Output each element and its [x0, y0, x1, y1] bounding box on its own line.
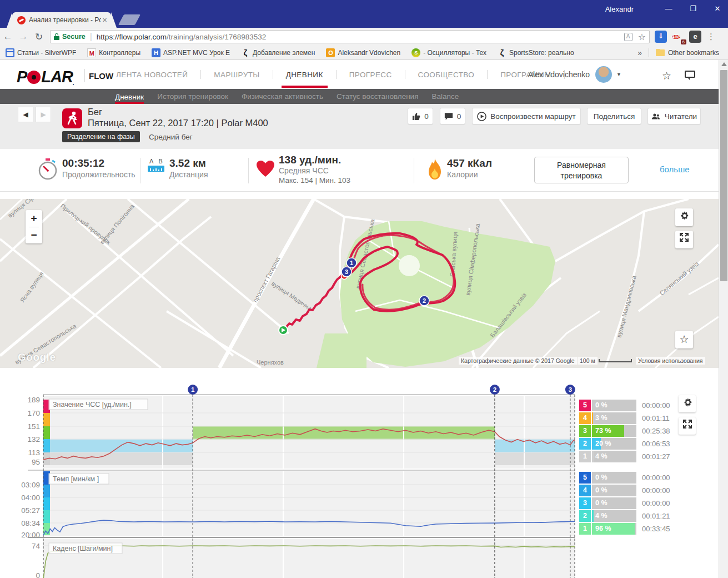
browser-tab[interactable]: Анализ тренировки - Po ✕ — [12, 12, 111, 28]
close-button[interactable]: ✕ — [709, 2, 726, 16]
play-icon — [477, 112, 486, 121]
minimize-button[interactable]: — — [660, 2, 677, 16]
like-button[interactable]: 0 — [408, 108, 433, 124]
svg-text:Черняхов: Черняхов — [257, 359, 284, 366]
metanit-icon: ζ — [241, 48, 250, 57]
map-fullscreen-button[interactable] — [675, 231, 693, 248]
map-favorite-star-button[interactable]: ☆ — [675, 331, 693, 348]
route-map[interactable]: Прилуцький провулок вулиця Полігонна Ясн… — [0, 199, 719, 368]
calories-label: Калории — [447, 170, 478, 179]
bookmarks-overflow-icon[interactable]: » — [637, 48, 642, 57]
svg-text:05:27: 05:27 — [21, 506, 40, 515]
map-settings-button[interactable] — [675, 208, 693, 226]
nav-item-progress[interactable]: ПРОГРЕСС — [348, 71, 393, 79]
avatar — [595, 66, 612, 83]
phase-split-badge: Разделение на фазы — [62, 131, 140, 142]
zoom-out-button[interactable]: − — [26, 227, 42, 243]
map-canvas[interactable]: Прилуцький провулок вулиця Полігонна Ясн… — [0, 199, 719, 368]
subnav-activity[interactable]: Физическая активность — [242, 89, 323, 104]
account-menu[interactable]: Alex Vdovichenko ▼ — [528, 66, 621, 83]
reload-button[interactable]: ↻ — [31, 31, 47, 43]
bookmark-item[interactable]: ζДобавление элемен — [241, 48, 315, 57]
gear-icon — [682, 397, 692, 407]
svg-text:132: 132 — [27, 435, 40, 444]
bookmark-star-icon[interactable]: ☆ — [638, 32, 646, 42]
hr-label: Средняя ЧСС — [279, 166, 329, 175]
followers-icon — [651, 113, 661, 120]
pace-zone-row: 196 %00:33:45 — [579, 523, 718, 535]
table-blue-icon — [6, 48, 14, 57]
favorites-star-icon[interactable]: ☆ — [662, 69, 671, 82]
summary-stats-row: 00:35:12 Продолжительность A B 3.52 км Д… — [0, 149, 719, 192]
session-datetime: Пятница, Сент 22, 2017 17:20 | Polar M40… — [88, 118, 268, 128]
svg-text:74: 74 — [32, 542, 41, 550]
subnav-recovery[interactable]: Статус восстановления — [337, 89, 419, 104]
heart-rate-icon — [255, 160, 275, 180]
window-user-label: Alexandr — [605, 5, 634, 13]
map-terms-link[interactable]: Условия использования — [636, 357, 705, 365]
metanit-icon: ζ — [498, 48, 506, 57]
bookmark-item[interactable]: MКонтроллеры — [87, 48, 140, 57]
pace-zones-table: 50 %00:00:00 40 %00:00:00 30 %00:00:00 2… — [579, 472, 718, 536]
download-extension-icon[interactable]: ⇓ — [655, 31, 667, 43]
share-button[interactable]: Поделиться — [587, 108, 641, 124]
bookmarks-bar: Статьи - SilverWPF MКонтроллеры HASP.NET… — [0, 46, 728, 60]
prev-session-button[interactable]: ◀ — [18, 107, 33, 122]
route-start-marker — [279, 326, 288, 335]
h-blue-icon: H — [152, 48, 160, 57]
training-benefit-button[interactable]: Равномернаятренировка — [534, 157, 629, 183]
bookmark-item[interactable]: Статьи - SilverWPF — [6, 48, 76, 57]
comment-button[interactable]: 0 — [440, 108, 465, 124]
pace-zone-row: 30 %00:00:00 — [579, 497, 718, 509]
back-button[interactable]: ← — [0, 31, 16, 42]
subnav-history[interactable]: История тренировок — [157, 89, 228, 104]
scrollbar-thumb[interactable] — [720, 70, 727, 281]
hr-zone-row: 50 %00:00:00 — [579, 400, 718, 411]
svg-text:2: 2 — [423, 297, 426, 304]
chart-settings-button[interactable] — [679, 395, 696, 412]
s-green-icon: S — [411, 48, 420, 57]
nav-item-feed[interactable]: ЛЕНТА НОВОСТЕЙ — [115, 71, 189, 79]
bookmark-item[interactable]: OAleksandr Vdovichen — [326, 48, 400, 57]
polar-logo[interactable]: PLAR. — [17, 68, 74, 86]
nav-item-community[interactable]: СООБЩЕСТВО — [417, 71, 476, 79]
hr-minmax: Макс. 154 | Мин. 103 — [279, 176, 350, 185]
svg-text:20:00: 20:00 — [21, 531, 40, 539]
bookmark-item[interactable]: S- Осцилляторы - Тех — [411, 48, 486, 57]
nav-item-diary[interactable]: ДНЕВНИК — [285, 71, 324, 79]
nav-item-routes[interactable]: МАРШРУТЫ — [213, 71, 260, 79]
gear-icon — [679, 211, 689, 221]
bookmark-item[interactable]: ζSportsStore: реально — [498, 48, 574, 57]
forward-button[interactable]: → — [16, 31, 31, 42]
polar-flow-favicon — [17, 16, 26, 24]
evernote-extension-icon[interactable]: e — [689, 31, 701, 43]
maximize-button[interactable]: ❐ — [685, 2, 701, 16]
followers-button[interactable]: Читатели — [647, 108, 701, 124]
chrome-menu-icon[interactable]: ⋮ — [707, 32, 715, 42]
subnav-diary[interactable]: Дневник — [115, 89, 144, 104]
bookmark-item[interactable]: HASP.NET MVC Урок Е — [152, 48, 230, 57]
hr-zone-row: 220 %00:06:53 — [579, 438, 718, 450]
analysis-charts: 1891701511321139503:0904:0005:2708:3420:… — [0, 368, 719, 578]
translate-icon[interactable]: A — [624, 33, 632, 41]
zoom-in-button[interactable]: + — [26, 210, 42, 227]
subnav-balance[interactable]: Balance — [431, 89, 459, 104]
adblock-badge: 6 — [681, 39, 686, 44]
svg-text:189: 189 — [27, 396, 40, 404]
fullscreen-icon — [683, 420, 692, 428]
replay-route-button[interactable]: Воспроизвести маршрут — [472, 108, 581, 124]
hr-zones-table: 50 %00:00:00 43 %00:01:11 373 %00:25:38 … — [579, 400, 718, 464]
more-link[interactable]: больше — [660, 165, 690, 174]
feedback-chat-icon[interactable] — [685, 71, 695, 78]
map-zoom-control: + − — [26, 210, 42, 243]
tab-close-icon[interactable]: ✕ — [102, 17, 107, 24]
address-bar[interactable]: Secure | https://flow.polar.com/training… — [50, 30, 650, 43]
new-tab-button[interactable] — [118, 14, 140, 25]
chart-fullscreen-button[interactable] — [679, 417, 696, 435]
page-scrollbar[interactable] — [719, 60, 728, 578]
scrollbar-up-icon[interactable] — [721, 62, 727, 66]
other-bookmarks-button[interactable]: Other bookmarks — [656, 49, 719, 57]
adblock-extension-icon[interactable]: ABP 6 — [672, 31, 684, 43]
google-watermark: Google — [18, 351, 56, 363]
next-session-button[interactable]: ▶ — [36, 107, 51, 122]
